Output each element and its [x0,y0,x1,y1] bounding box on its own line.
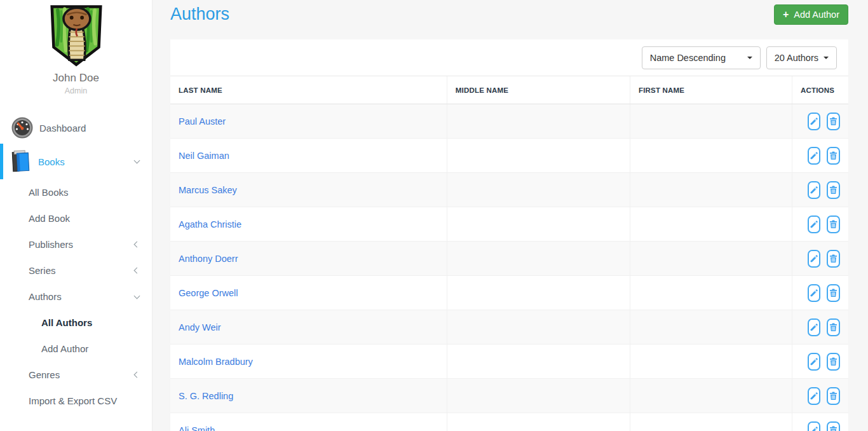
trash-icon [829,254,837,263]
cell-middle-name [447,242,630,276]
pencil-icon [810,289,818,298]
pencil-icon [810,186,818,195]
delete-author-button[interactable] [827,387,840,405]
sidebar-item-series[interactable]: Series [0,257,152,284]
pencil-icon [810,220,818,229]
author-link[interactable]: Paul Auster [179,116,226,127]
caret-down-icon [824,57,829,59]
table-row: Marcus Sakey [170,173,848,207]
edit-author-button[interactable] [808,318,821,336]
cobra-logo-icon [41,3,111,68]
edit-author-button[interactable] [808,421,821,431]
trash-icon [829,289,837,298]
edit-author-button[interactable] [808,387,821,405]
delete-author-button[interactable] [827,216,840,233]
table-row: Agatha Christie [170,207,848,242]
sidebar-item-genres[interactable]: Genres [0,362,152,388]
sidebar-item-dashboard[interactable]: Dashboard [0,112,152,144]
table-row: S. G. Redling [170,379,848,413]
delete-author-button[interactable] [827,318,840,336]
delete-author-button[interactable] [827,113,840,130]
sidebar-item-all-authors[interactable]: All Authors [0,310,152,336]
author-link[interactable]: Marcus Sakey [179,185,237,195]
pencil-icon [810,323,818,332]
sidebar-item-add-author[interactable]: Add Author [0,336,152,362]
cell-middle-name [447,345,630,379]
column-header-middle-name: MIDDLE NAME [447,76,630,104]
cell-first-name [630,413,792,431]
delete-author-button[interactable] [827,421,840,431]
cell-first-name [630,242,792,276]
cell-first-name [630,139,792,173]
delete-author-button[interactable] [827,353,840,371]
edit-author-button[interactable] [808,181,821,199]
cell-first-name [630,310,792,345]
author-link[interactable]: Andy Weir [179,322,221,332]
trash-icon [829,357,837,366]
sidebar-item-label: All Authors [41,317,92,328]
delete-author-button[interactable] [827,284,840,302]
chevron-down-icon [134,292,140,299]
add-author-button[interactable]: + Add Author [774,4,848,25]
count-dropdown[interactable]: 20 Authors [766,46,837,69]
sidebar-item-label: Books [38,156,65,167]
delete-author-button[interactable] [827,181,840,199]
chevron-left-icon [134,372,140,378]
cell-first-name [630,345,792,379]
gauge-icon [11,117,33,139]
column-header-last-name: LAST NAME [170,76,447,104]
add-author-button-label: Add Author [794,10,839,20]
sort-dropdown[interactable]: Name Descending [642,46,761,69]
sidebar-item-books[interactable]: Books [0,144,152,179]
cell-first-name [630,276,792,310]
edit-author-button[interactable] [808,250,821,268]
cell-middle-name [447,413,630,431]
sidebar-item-label: Dashboard [39,123,86,133]
author-link[interactable]: Neil Gaiman [179,151,229,161]
chevron-left-icon [134,268,140,274]
author-link[interactable]: Anthony Doerr [179,254,238,264]
sidebar-item-all-books[interactable]: All Books [0,179,152,205]
edit-author-button[interactable] [808,113,821,130]
trash-icon [829,426,837,431]
author-link[interactable]: Agatha Christie [179,219,241,229]
edit-author-button[interactable] [808,353,821,371]
author-link[interactable]: Malcolm Bradbury [179,357,253,367]
trash-icon [829,392,837,400]
edit-author-button[interactable] [808,216,821,233]
table-header-row: LAST NAME MIDDLE NAME FIRST NAME ACTIONS [170,76,848,104]
sidebar-item-label: All Books [29,187,69,198]
edit-author-button[interactable] [808,147,821,165]
edit-author-button[interactable] [808,284,821,302]
cell-first-name [630,379,792,413]
table-row: Andy Weir [170,310,848,345]
sidebar-item-label: Add Author [41,343,88,354]
authors-card: Name Descending 20 Authors LAST NAME MID… [170,39,848,431]
sidebar-item-add-book[interactable]: Add Book [0,205,152,231]
sidebar-item-publishers[interactable]: Publishers [0,231,152,257]
delete-author-button[interactable] [827,147,840,165]
sort-dropdown-value: Name Descending [650,53,726,63]
trash-icon [829,117,837,126]
delete-author-button[interactable] [827,250,840,268]
cell-middle-name [447,379,630,413]
pencil-icon [810,392,818,400]
author-link[interactable]: S. G. Redling [179,391,233,401]
books-icon [9,149,33,174]
authors-table-body: Paul Auster [170,104,848,431]
table-row: Malcolm Bradbury [170,345,848,379]
authors-table: LAST NAME MIDDLE NAME FIRST NAME ACTIONS… [170,76,848,431]
cell-middle-name [447,104,630,139]
author-link[interactable]: Ali Smith [179,425,215,431]
trash-icon [829,220,837,229]
caret-down-icon [747,57,752,59]
sidebar-item-authors[interactable]: Authors [0,284,152,310]
author-link[interactable]: George Orwell [179,288,238,298]
user-role: Admin [0,86,152,95]
sidebar-item-import-export-csv[interactable]: Import & Export CSV [0,388,152,414]
pencil-icon [810,254,818,263]
column-header-first-name: FIRST NAME [630,76,792,104]
page-header: Authors + Add Author [170,0,848,39]
sidebar-nav: Dashboard Books All Books [0,112,152,414]
cell-first-name [630,104,792,139]
